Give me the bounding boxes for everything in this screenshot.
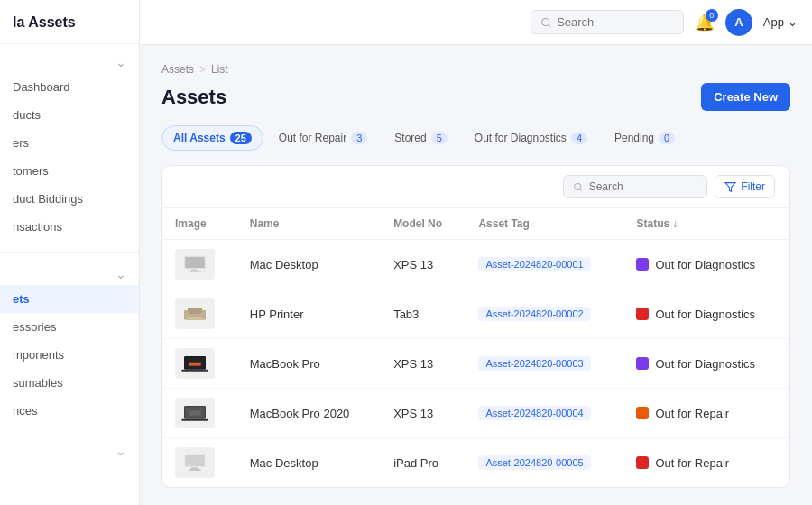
status-dot: [636, 258, 649, 271]
sidebar-collapse-btn-1[interactable]: ⌄: [0, 51, 139, 73]
svg-rect-7: [191, 269, 198, 271]
svg-rect-23: [191, 467, 198, 469]
status-badge: Out for Diagnostics: [636, 357, 777, 371]
asset-name: Mac Desktop: [237, 438, 381, 488]
notification-bell[interactable]: 🔔 0: [695, 13, 715, 32]
asset-image: [175, 447, 215, 478]
asset-model: XPS 13: [381, 339, 466, 389]
page-content: Assets > List Assets Create New All Asse…: [140, 45, 812, 505]
status-label: Out for Repair: [655, 407, 729, 420]
sidebar-item-dashboard[interactable]: Dashboard: [0, 73, 139, 101]
asset-model: Tab3: [381, 289, 466, 339]
asset-name: MacBook Pro: [237, 339, 381, 389]
topbar-search-input[interactable]: [557, 15, 674, 29]
create-new-button[interactable]: Create New: [701, 83, 790, 111]
status-label: Out for Diagnostics: [655, 308, 755, 321]
asset-tag: Asset-2024820-00002: [478, 307, 590, 321]
page-header: Assets Create New: [161, 83, 790, 111]
main-content: 🔔 0 A App ⌄ Assets > List Assets Create …: [140, 0, 812, 505]
asset-image: [175, 398, 215, 428]
sort-icon: ↓: [672, 217, 678, 230]
table-row[interactable]: Mac Desktop XPS 13 Asset-2024820-00001 O…: [162, 240, 789, 289]
table-search-input[interactable]: [589, 180, 698, 193]
breadcrumb-parent[interactable]: Assets: [161, 63, 194, 76]
notification-badge: 0: [706, 9, 718, 22]
svg-rect-6: [185, 257, 204, 268]
table-row[interactable]: Mac Desktop iPad Pro Asset-2024820-00005…: [162, 438, 789, 488]
sidebar-item-customers[interactable]: tomers: [0, 157, 139, 185]
tab-all-assets[interactable]: All Assets 25: [161, 125, 263, 151]
tab-all-count: 25: [230, 132, 252, 144]
topbar-search-container[interactable]: [531, 10, 684, 34]
asset-tag-cell[interactable]: Asset-2024820-00003: [466, 339, 623, 389]
svg-marker-4: [725, 182, 735, 191]
sidebar-collapse-btn-3[interactable]: ⌄: [0, 440, 139, 462]
status-label: Out for Repair: [655, 456, 729, 470]
col-image: Image: [162, 208, 237, 240]
filter-button[interactable]: Filter: [715, 175, 775, 198]
col-name: Name: [237, 208, 381, 240]
sidebar-item-products[interactable]: ducts: [0, 101, 139, 129]
status-dot: [636, 357, 649, 370]
svg-rect-12: [190, 313, 200, 314]
svg-rect-20: [181, 419, 208, 421]
tab-pending-label: Pending: [614, 132, 654, 144]
asset-tag: Asset-2024820-00003: [478, 356, 590, 371]
search-icon: [540, 16, 551, 29]
tab-stored[interactable]: Stored 5: [383, 125, 458, 151]
tab-diag-count: 4: [571, 132, 587, 144]
status-dot: [636, 308, 649, 320]
asset-tag: Asset-2024820-00004: [478, 406, 590, 420]
asset-tag-cell[interactable]: Asset-2024820-00005: [466, 438, 623, 488]
status-label: Out for Diagnostics: [655, 357, 755, 371]
table-row[interactable]: HP Printer Tab3 Asset-2024820-00002 Out …: [162, 289, 789, 339]
sidebar-item-components[interactable]: mponents: [0, 341, 139, 369]
tab-all-label: All Assets: [173, 132, 226, 144]
table-header-row: Image Name Model No Asset Tag Status ↓: [162, 208, 789, 240]
tab-diag-label: Out for Diagnostics: [475, 132, 567, 144]
tab-repair-label: Out for Repair: [279, 132, 346, 144]
sidebar-item-transactions[interactable]: nsactions: [0, 213, 139, 241]
status-dot: [636, 407, 649, 419]
table-row[interactable]: MacBook Pro 2020 XPS 13 Asset-2024820-00…: [162, 389, 789, 438]
sidebar-item-product-biddings[interactable]: duct Biddings: [0, 185, 139, 213]
breadcrumb: Assets > List: [161, 63, 790, 76]
tab-out-for-repair[interactable]: Out for Repair 3: [267, 125, 380, 151]
asset-tag-cell[interactable]: Asset-2024820-00001: [466, 240, 623, 289]
filter-icon: [724, 181, 736, 193]
table-search-container[interactable]: [563, 175, 707, 198]
table-toolbar: Filter: [162, 166, 789, 208]
svg-rect-19: [189, 410, 200, 415]
filter-label: Filter: [741, 180, 765, 193]
sidebar-item-users[interactable]: ers: [0, 129, 139, 157]
tab-out-for-diagnostics[interactable]: Out for Diagnostics 4: [463, 125, 599, 151]
app-menu[interactable]: App ⌄: [763, 15, 798, 29]
sidebar: la Assets ⌄ Dashboard ducts ers tomers d…: [0, 0, 140, 505]
brand-name: la Assets: [0, 0, 139, 44]
sidebar-item-accessories[interactable]: essories: [0, 313, 139, 341]
tab-stored-count: 5: [431, 132, 448, 144]
tab-pending[interactable]: Pending 0: [603, 125, 687, 151]
sidebar-collapse-btn-2[interactable]: ⌄: [0, 263, 139, 285]
status-sort[interactable]: Status ↓: [636, 217, 678, 230]
page-title: Assets: [161, 86, 226, 109]
asset-tag: Asset-2024820-00001: [478, 257, 590, 271]
asset-image: [175, 249, 215, 280]
status-badge: Out for Repair: [636, 407, 777, 420]
assets-table: Image Name Model No Asset Tag Status ↓: [162, 208, 789, 487]
svg-point-2: [575, 183, 582, 190]
asset-tag-cell[interactable]: Asset-2024820-00004: [466, 389, 623, 438]
sidebar-item-licences[interactable]: nces: [0, 397, 139, 425]
sidebar-item-assets[interactable]: ets: [0, 285, 139, 313]
col-status[interactable]: Status ↓: [623, 208, 789, 240]
svg-rect-10: [188, 308, 202, 312]
sidebar-item-consumables[interactable]: sumables: [0, 369, 139, 397]
avatar[interactable]: A: [725, 9, 752, 36]
status-badge: Out for Diagnostics: [636, 308, 777, 321]
svg-rect-22: [185, 455, 204, 466]
asset-tag-cell[interactable]: Asset-2024820-00002: [466, 289, 623, 339]
table-row[interactable]: MacBook Pro XPS 13 Asset-2024820-00003 O…: [162, 339, 789, 389]
app-label: App: [763, 15, 784, 29]
svg-point-0: [541, 18, 549, 25]
breadcrumb-separator: >: [199, 63, 206, 76]
